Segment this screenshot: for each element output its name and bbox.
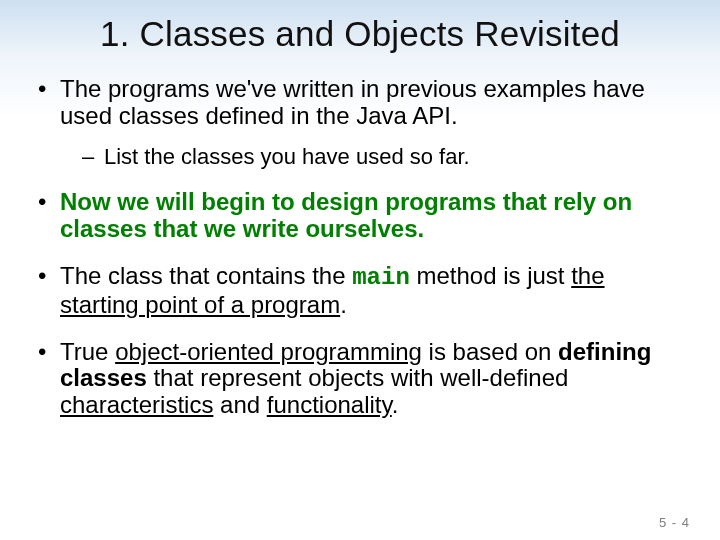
bullet-4-t4: and: [213, 391, 266, 418]
bullet-4-u1: object-oriented programming: [115, 338, 422, 365]
bullet-3: The class that contains the main method …: [34, 263, 686, 319]
bullet-3-post: .: [340, 291, 347, 318]
slide-number: 5 - 4: [659, 515, 690, 530]
bullet-list: The programs we've written in previous e…: [34, 76, 686, 419]
bullet-2: Now we will begin to design programs tha…: [34, 189, 686, 243]
sub-list: List the classes you have used so far.: [82, 144, 686, 169]
bullet-1: The programs we've written in previous e…: [34, 76, 686, 169]
slide: 1. Classes and Objects Revisited The pro…: [0, 0, 720, 540]
sub-bullet-1: List the classes you have used so far.: [82, 144, 686, 169]
bullet-4-t3: that represent objects with well-defined: [147, 364, 569, 391]
bullet-4-t1: True: [60, 338, 115, 365]
main-keyword: main: [352, 264, 410, 291]
bullet-4-u3: functionality: [267, 391, 392, 418]
bullet-4: True object-oriented programming is base…: [34, 339, 686, 420]
bullet-1-text: The programs we've written in previous e…: [60, 75, 645, 129]
bullet-3-mid: method is just: [410, 262, 571, 289]
slide-title: 1. Classes and Objects Revisited: [34, 14, 686, 54]
bullet-2-text: Now we will begin to design programs tha…: [60, 188, 632, 242]
bullet-4-t5: .: [392, 391, 399, 418]
bullet-4-u2: characteristics: [60, 391, 213, 418]
bullet-3-pre: The class that contains the: [60, 262, 352, 289]
bullet-4-t2: is based on: [422, 338, 558, 365]
